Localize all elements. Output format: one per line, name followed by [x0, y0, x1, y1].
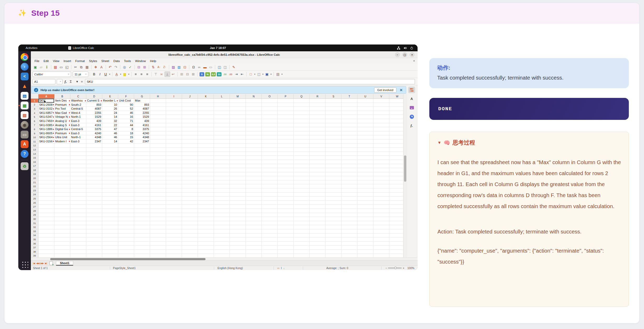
- cell-M3[interactable]: [230, 107, 246, 111]
- dock-vlc[interactable]: ▲: [19, 82, 30, 91]
- cell-H36[interactable]: [150, 242, 166, 246]
- redo-icon[interactable]: ↷: [113, 64, 119, 70]
- cell-V14[interactable]: [373, 152, 389, 156]
- cell-V29[interactable]: [373, 213, 389, 217]
- cell-M4[interactable]: [230, 111, 246, 115]
- cell-B17[interactable]: [54, 164, 70, 168]
- cell-M26[interactable]: [230, 201, 246, 205]
- cell-B26[interactable]: [54, 201, 70, 205]
- cell-Q21[interactable]: [294, 180, 310, 185]
- cell-C12[interactable]: [70, 144, 86, 148]
- cell-L18[interactable]: [214, 168, 230, 172]
- cell-R34[interactable]: [310, 233, 326, 238]
- cell-J19[interactable]: [182, 172, 198, 176]
- font-name-select[interactable]: Calibri ˅: [32, 71, 71, 77]
- dock-files[interactable]: ▭: [19, 130, 30, 139]
- font-color-icon[interactable]: A: [114, 71, 119, 77]
- cell-R19[interactable]: [310, 172, 326, 176]
- export-pdf-icon[interactable]: ▤: [53, 64, 58, 70]
- cell-G22[interactable]: [134, 184, 150, 188]
- cell-L3[interactable]: [214, 107, 230, 111]
- cell-L6[interactable]: [214, 119, 230, 123]
- cell-E23[interactable]: [102, 188, 118, 193]
- cell-G27[interactable]: [134, 205, 150, 209]
- row-header-18[interactable]: 18: [31, 168, 38, 172]
- cell-S14[interactable]: [326, 152, 341, 156]
- cell-P19[interactable]: [278, 172, 294, 176]
- undo-icon[interactable]: ↶: [107, 64, 113, 70]
- cell-K24[interactable]: [198, 193, 214, 197]
- sheet-tab[interactable]: Sheet1: [56, 261, 73, 266]
- cell-D2[interactable]: 893: [86, 103, 102, 107]
- cell-C6[interactable]: East-3: [70, 119, 86, 123]
- cell-H27[interactable]: [150, 205, 166, 209]
- cell-E2[interactable]: 10: [102, 103, 118, 107]
- cell-R12[interactable]: [310, 144, 326, 148]
- cell-M11[interactable]: [230, 140, 246, 144]
- cell-J12[interactable]: [182, 144, 198, 148]
- cell-G12[interactable]: [134, 144, 150, 148]
- cell-B4[interactable]: Max Gad: [54, 111, 70, 115]
- cell-L13[interactable]: [214, 148, 230, 152]
- cell-D36[interactable]: [86, 242, 102, 246]
- cell-O39[interactable]: [262, 254, 278, 257]
- cell-T35[interactable]: [341, 237, 357, 242]
- cell-V6[interactable]: [373, 119, 389, 123]
- dock-trash[interactable]: ♻: [19, 162, 30, 171]
- cell-O26[interactable]: [262, 201, 278, 205]
- cell-V27[interactable]: [373, 205, 389, 209]
- cell-I13[interactable]: [166, 148, 182, 152]
- cell-G4[interactable]: 2255: [134, 111, 150, 115]
- row-header-25[interactable]: 25: [31, 197, 38, 201]
- new-document-icon[interactable]: ▣: [32, 64, 38, 70]
- cell-F15[interactable]: [118, 156, 134, 160]
- cell-M5[interactable]: [230, 115, 246, 119]
- cell-G1[interactable]: Max: [134, 99, 150, 103]
- zoom-out-icon[interactable]: −: [385, 266, 387, 270]
- cell-J10[interactable]: [182, 135, 198, 140]
- cell-J26[interactable]: [182, 201, 198, 205]
- cell-I17[interactable]: [166, 164, 182, 168]
- cell-G14[interactable]: [134, 152, 150, 156]
- sidebar-styles-icon[interactable]: A: [408, 96, 415, 102]
- cell-F39[interactable]: [118, 254, 134, 257]
- cell-V9[interactable]: [373, 131, 389, 136]
- cell-C14[interactable]: [70, 152, 86, 156]
- cell-O34[interactable]: [262, 233, 278, 238]
- hyperlink-icon[interactable]: ∞: [196, 64, 202, 70]
- add-decimal-icon[interactable]: .00: [222, 71, 228, 77]
- cell-R32[interactable]: [310, 225, 326, 229]
- cell-P34[interactable]: [278, 233, 294, 238]
- cell-F23[interactable]: [118, 188, 134, 193]
- cell-B5[interactable]: Vintage N: [54, 115, 70, 119]
- cell-D11[interactable]: 2347: [86, 140, 102, 144]
- cell-J30[interactable]: [182, 217, 198, 221]
- cell-O3[interactable]: [262, 107, 278, 111]
- cell-A7[interactable]: SKU-9385: [38, 123, 54, 127]
- cell-S38[interactable]: [326, 250, 341, 254]
- cell-L2[interactable]: [214, 103, 230, 107]
- cell-I10[interactable]: [166, 135, 182, 140]
- cell-U28[interactable]: [357, 209, 373, 213]
- cell-C38[interactable]: [70, 250, 86, 254]
- cell-A38[interactable]: [38, 250, 54, 254]
- cell-I12[interactable]: [166, 144, 182, 148]
- cell-K3[interactable]: [198, 107, 214, 111]
- cell-R28[interactable]: [310, 209, 326, 213]
- cell-V24[interactable]: [373, 193, 389, 197]
- cell-Q34[interactable]: [294, 233, 310, 238]
- cell-L11[interactable]: [214, 140, 230, 144]
- cell-V2[interactable]: [373, 103, 389, 107]
- cell-B34[interactable]: [54, 233, 70, 238]
- formula-input[interactable]: SKU: [85, 79, 415, 84]
- cell-M38[interactable]: [230, 250, 246, 254]
- cell-T9[interactable]: [341, 131, 357, 136]
- cell-C30[interactable]: [70, 217, 86, 221]
- cell-E29[interactable]: [102, 213, 118, 217]
- cell-A26[interactable]: [38, 201, 54, 205]
- cell-E4[interactable]: 24: [102, 111, 118, 115]
- cell-W30[interactable]: [389, 217, 403, 221]
- cell-I6[interactable]: [166, 119, 182, 123]
- cell-G35[interactable]: [134, 237, 150, 242]
- cell-R6[interactable]: [310, 119, 326, 123]
